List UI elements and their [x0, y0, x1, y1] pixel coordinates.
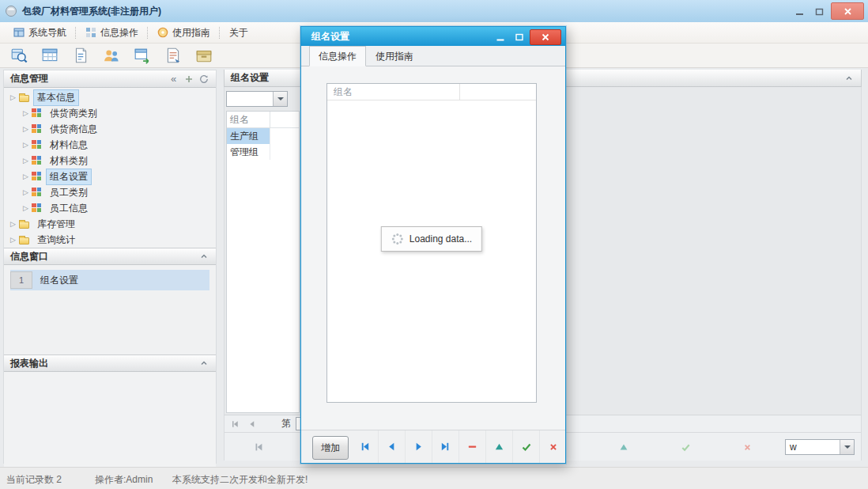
document-icon[interactable] — [70, 45, 92, 66]
menu-item-system-nav[interactable]: 系统导航 — [6, 24, 74, 41]
tree-item[interactable]: 查询统计 — [4, 232, 216, 248]
users-icon[interactable] — [100, 45, 123, 66]
minimize-button[interactable] — [790, 3, 809, 19]
tree-node-icon — [32, 203, 42, 213]
first-record-icon[interactable] — [248, 438, 269, 456]
collapse-panel-icon[interactable] — [198, 358, 209, 369]
menu-item-label: 系统导航 — [28, 26, 66, 40]
separator — [219, 27, 221, 39]
collapse-panel-icon[interactable] — [843, 73, 855, 84]
window-panel-title: 信息窗口 — [10, 250, 48, 263]
tree-item[interactable]: 员工信息 — [4, 200, 216, 216]
tree-item-label: 组名设置 — [46, 169, 92, 185]
expand-arrow-icon[interactable] — [21, 172, 30, 180]
last-record-button[interactable] — [432, 430, 459, 463]
group-grid: 组名 生产组 管理组 — [226, 111, 300, 413]
expand-arrow-icon[interactable] — [9, 220, 17, 228]
grid-row[interactable]: 管理组 — [227, 144, 299, 160]
grid-rows: 生产组 管理组 — [227, 128, 299, 160]
expand-arrow-icon[interactable] — [21, 141, 30, 149]
expand-arrow-icon[interactable] — [21, 125, 30, 133]
window-title: 包袋厂材料管理系统(非注册用户) — [22, 5, 161, 18]
spinner-icon — [391, 233, 404, 245]
row-label: 组名设置 — [32, 274, 78, 287]
tree-item[interactable]: 材料类别 — [4, 153, 216, 169]
prev-record-button[interactable] — [378, 430, 405, 463]
loading-text: Loading data... — [409, 233, 472, 244]
menu-item-info-ops[interactable]: 信息操作 — [78, 24, 145, 41]
info-window-list: 1 组名设置 — [4, 270, 216, 354]
next-record-button[interactable] — [405, 430, 432, 463]
system-nav-icon — [13, 27, 25, 38]
post-edit-button[interactable] — [485, 430, 512, 463]
archive-icon[interactable] — [193, 45, 215, 66]
expand-arrow-icon[interactable] — [21, 204, 30, 212]
post-edit-icon[interactable] — [613, 438, 634, 456]
info-window-row[interactable]: 1 组名设置 — [10, 270, 209, 290]
menu-item-user-guide[interactable]: 使用指南 — [150, 24, 217, 41]
add-icon[interactable] — [183, 73, 194, 85]
tree-item-label: 员工信息 — [46, 200, 92, 217]
expand-arrow-icon[interactable] — [9, 236, 17, 244]
dialog-content: 组名 Loading data... — [301, 66, 565, 431]
close-button[interactable] — [831, 2, 864, 20]
tree-item[interactable]: 员工类别 — [4, 184, 216, 200]
commit-icon[interactable] — [675, 438, 696, 456]
loading-indicator: Loading data... — [381, 226, 482, 252]
chevron-down-icon[interactable] — [273, 92, 287, 106]
first-page-icon[interactable] — [228, 418, 242, 430]
dialog-grid-column-header: 组名 — [327, 84, 460, 100]
footer-dropdown[interactable]: w — [785, 439, 855, 455]
maximize-button[interactable] — [810, 3, 829, 19]
tree-node-icon — [32, 156, 42, 165]
commit-button[interactable] — [512, 430, 539, 463]
record-count-text: 当前记录数 2 — [6, 473, 62, 487]
table-icon[interactable] — [39, 45, 61, 66]
tree-item[interactable]: 供货商信息 — [4, 121, 216, 137]
tree-item[interactable]: 组名设置 — [4, 169, 216, 184]
user-guide-icon — [157, 27, 168, 38]
tab-info-ops[interactable]: 信息操作 — [309, 46, 366, 66]
page-label: 第 — [281, 417, 291, 430]
expand-arrow-icon[interactable] — [21, 157, 30, 165]
tree-item[interactable]: 供货商类别 — [4, 105, 216, 121]
delete-record-button[interactable] — [459, 430, 485, 463]
report-icon[interactable] — [162, 45, 184, 66]
main-panel-title: 组名设置 — [231, 71, 269, 85]
report-panel-title: 报表输出 — [10, 357, 48, 370]
tab-user-guide[interactable]: 使用指南 — [366, 46, 423, 66]
grid-cell: 生产组 — [227, 128, 270, 144]
cancel-button[interactable] — [539, 430, 566, 463]
cancel-icon[interactable] — [737, 438, 757, 456]
collapse-panel-icon[interactable] — [198, 251, 209, 262]
report-panel-body — [4, 372, 216, 468]
prev-page-icon[interactable] — [245, 418, 259, 430]
export-icon[interactable] — [131, 45, 153, 66]
tree-node-icon — [32, 172, 42, 181]
expand-arrow-icon[interactable] — [21, 109, 30, 117]
tree-node-icon — [32, 188, 42, 197]
tree-item[interactable]: 库存管理 — [4, 216, 216, 232]
menu-item-label: 信息操作 — [100, 26, 138, 40]
dialog-maximize-button[interactable] — [511, 30, 528, 44]
expand-arrow-icon[interactable] — [9, 93, 17, 101]
dialog-toolbar: 增加 — [301, 430, 565, 463]
tree-node-icon — [19, 95, 29, 102]
add-button[interactable]: 增加 — [312, 436, 349, 460]
refresh-icon[interactable] — [198, 73, 209, 85]
first-record-button[interactable] — [352, 430, 378, 463]
operator-text: 操作者:Admin — [95, 473, 153, 487]
chevron-down-icon[interactable] — [840, 440, 854, 454]
dialog-close-button[interactable] — [530, 29, 561, 45]
tree-node-icon — [32, 124, 42, 134]
group-combobox[interactable] — [226, 91, 288, 107]
grid-row[interactable]: 生产组 — [227, 128, 299, 144]
menu-item-about[interactable]: 关于 — [222, 24, 255, 41]
search-icon[interactable] — [8, 45, 30, 66]
tree-item[interactable]: 材料信息 — [4, 137, 216, 153]
dialog-minimize-button[interactable] — [492, 30, 509, 44]
info-ops-icon — [85, 27, 96, 38]
expand-arrow-icon[interactable] — [21, 188, 30, 196]
collapse-sidebar-icon[interactable]: « — [168, 73, 179, 85]
tree-item[interactable]: 基本信息 — [4, 89, 216, 105]
